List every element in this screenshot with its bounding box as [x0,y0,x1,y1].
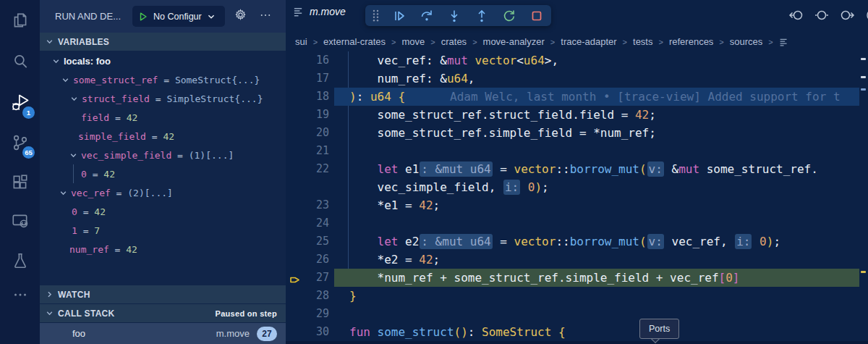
step-forward-icon[interactable] [839,8,855,25]
debug-badge: 1 [22,106,35,119]
line-number[interactable]: 26 [286,251,329,269]
restart-icon[interactable] [502,9,516,23]
variable-text: num_ref = 42 [69,244,137,255]
variable-row[interactable]: num_ref = 42 [40,240,286,259]
variable-row[interactable]: 0 = 42 [40,164,286,183]
breadcrumb-item[interactable]: tests [633,36,652,47]
code-line[interactable]: 23 *e1 = 42; [286,196,868,214]
breadcrumb-item[interactable]: trace-adapter [561,36,616,47]
code-line[interactable]: 16 vec_ref: &mut vector<u64>, [286,51,868,70]
breadcrumb-separator: > [391,38,396,46]
code-line[interactable]: 24 [286,214,868,232]
line-number[interactable]: 22 [286,160,329,178]
breadcrumb-separator: > [313,38,318,46]
code-line[interactable]: 18): u64 {Adam Welc, last month • [trace… [286,88,868,106]
code-line[interactable]: 27 *num_ref + some_struct_ref.simple_fie… [286,269,868,287]
chevron-down-icon [46,38,54,46]
code-line[interactable]: 25 let e2: &mut u64 = vector::borrow_mut… [286,232,868,251]
code-text: *e2 = 42; [349,251,440,269]
breadcrumb-item[interactable]: move [401,36,425,47]
line-number[interactable]: 28 [286,287,329,305]
line-number[interactable]: 21 [286,142,329,160]
breadcrumb-item[interactable]: sui [295,36,307,47]
chevron-down-icon[interactable] [69,151,77,159]
vscode-window: 1 65 [0,0,868,344]
line-number[interactable]: 29 [286,305,329,323]
test-beaker-icon[interactable] [0,245,40,277]
step-into-icon[interactable] [447,9,461,23]
views-more-icon[interactable] [259,10,272,23]
line-number[interactable]: 25 [286,232,329,251]
breadcrumb-item[interactable]: crates [441,36,467,47]
line-number[interactable]: 23 [286,196,329,214]
stop-icon[interactable] [529,9,544,23]
line-number[interactable]: 24 [286,214,329,232]
code-line[interactable]: 17 num_ref: &u64, [286,70,868,88]
search-icon[interactable] [0,46,40,77]
line-number[interactable]: 19 [286,106,329,124]
breadcrumb-item[interactable]: move-analyzer [483,36,545,47]
start-debug-icon[interactable] [138,12,148,22]
breadcrumb-item[interactable]: sources [730,36,763,47]
overview-ruler[interactable] [859,32,868,344]
variable-row[interactable]: struct_field = SimpleStruct{...} [40,89,286,108]
code-text: vec_ref: &mut vector<u64>, [349,51,558,70]
code-line[interactable]: 20 some_struct_ref.simple_field = *num_r… [286,124,868,142]
line-number[interactable]: 16 [286,51,329,70]
scope-label: locals: foo [64,56,111,67]
breadcrumb-item[interactable]: references [669,36,713,47]
code-line[interactable]: 19 some_struct_ref.struct_field.field = … [286,106,868,124]
variable-row[interactable]: locals: foo [40,51,286,70]
variable-row[interactable]: vec_simple_field = (1)[...] [40,146,286,164]
variables-section-header[interactable]: VARIABLES [40,33,286,51]
chevron-down-icon[interactable] [70,95,78,103]
extensions-icon[interactable] [0,167,40,198]
call-stack-section-header[interactable]: CALL STACK Paused on step [40,304,286,322]
ruler-mark [861,271,866,273]
watch-section-header[interactable]: WATCH [40,285,286,303]
variable-text: 0 = 42 [81,169,115,180]
chevron-down-icon [207,12,216,21]
code-text: let e1: &mut u64 = vector::borrow_mut(v:… [349,160,818,178]
step-back-icon[interactable] [788,8,804,25]
explorer-icon[interactable] [0,4,40,36]
code-line[interactable]: 22 let e1: &mut u64 = vector::borrow_mut… [286,160,868,178]
variable-row[interactable]: simple_field = 42 [40,127,286,146]
source-control-icon[interactable]: 65 [0,127,40,159]
tab-m-move[interactable]: m.move [293,6,346,17]
step-out-icon[interactable] [475,9,489,23]
continue-icon[interactable] [392,9,407,23]
code-line[interactable]: vec_simple_field, i: 0); [286,178,868,196]
variable-row[interactable]: field = 42 [40,108,286,127]
line-number[interactable]: 17 [286,70,329,88]
more-actions-icon[interactable] [0,279,40,311]
run-alert-icon[interactable] [864,8,868,25]
line-number[interactable]: 18 [286,88,329,106]
breadcrumb-item[interactable]: external-crates [323,36,386,47]
chevron-down-icon[interactable] [61,76,69,84]
code-line[interactable]: 21 [286,142,868,160]
indent-guide [348,178,349,196]
indent-guide [348,251,349,269]
run-and-debug-icon[interactable]: 1 [0,87,40,119]
remote-explorer-icon[interactable] [0,205,40,237]
variable-text: vec_ref = (2)[...] [71,188,173,198]
line-number[interactable]: 30 [286,323,329,341]
variable-row[interactable]: 1 = 7 [40,221,286,240]
chevron-down-icon[interactable] [52,57,60,65]
step-over-icon[interactable] [420,9,434,23]
line-number[interactable]: 20 [286,124,329,142]
code-line[interactable]: 29 [286,305,868,323]
chevron-down-icon[interactable] [59,189,67,197]
variable-row[interactable]: vec_ref = (2)[...] [40,183,286,202]
code-line[interactable]: 26 *e2 = 42; [286,251,868,269]
call-stack-frame-row[interactable]: foo m.move 27 [40,323,286,344]
code-line[interactable]: 30fun some_struct(): SomeStruct { [286,323,868,341]
code-line[interactable]: 28} [286,287,868,305]
trace-position-icon[interactable] [814,8,830,25]
gear-icon[interactable] [234,8,247,25]
debug-config-dropdown[interactable]: No Configur [132,6,225,27]
toolbar-drag-handle[interactable] [373,9,379,22]
variable-row[interactable]: some_struct_ref = SomeStruct{...} [40,70,286,89]
variable-row[interactable]: 0 = 42 [40,202,286,221]
